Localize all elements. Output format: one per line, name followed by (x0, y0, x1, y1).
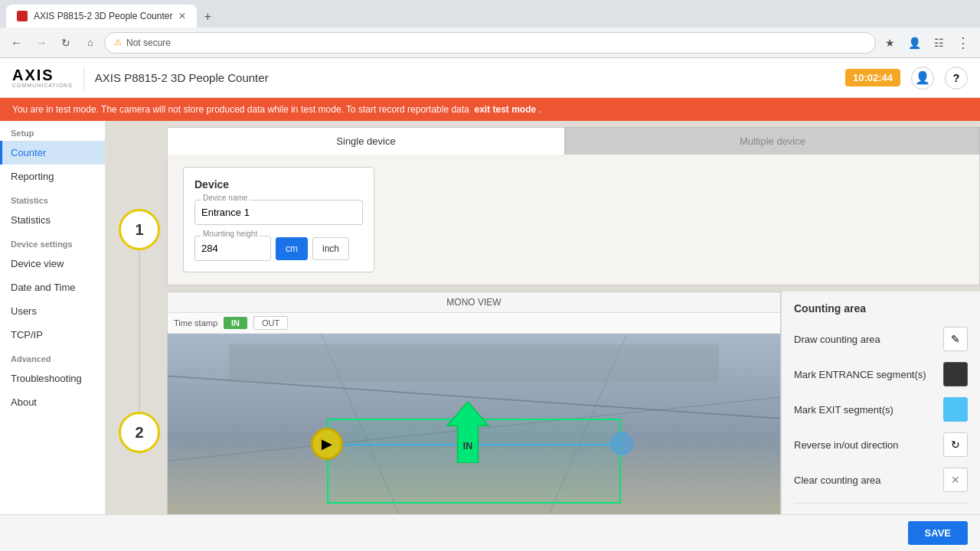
mounting-height-label: Mounting height (201, 230, 260, 238)
draw-counting-row: Draw counting area ✎ (794, 327, 968, 351)
settings-btn[interactable]: ⋮ (952, 32, 974, 54)
svg-rect-6 (229, 344, 719, 383)
right-panel: Counting area Draw counting area ✎ Mark … (781, 292, 980, 546)
warning-suffix: . (539, 104, 541, 115)
timestamp-label: Time stamp (174, 318, 217, 328)
sidebar-item-date-time[interactable]: Date and Time (0, 276, 105, 299)
svg-marker-7 (447, 402, 488, 463)
device-form-area: Device Device name Mounting height cm in… (167, 155, 980, 285)
sidebar-item-troubleshooting[interactable]: Troubleshooting (0, 367, 105, 390)
app-logo-area: AXIS COMMUNICATIONS AXIS P8815-2 3D Peop… (12, 67, 269, 90)
sidebar-item-counter[interactable]: Counter (0, 141, 105, 165)
warning-message: You are in test mode. The camera will no… (12, 104, 469, 115)
axis-logo-text: AXIS (12, 67, 73, 83)
browser-tab[interactable]: AXIS P8815-2 3D People Counter ✕ (6, 5, 197, 28)
sidebar-item-device-view[interactable]: Device view (0, 252, 105, 276)
device-box-title: Device (194, 178, 363, 191)
draw-counting-btn[interactable]: ✎ (943, 327, 968, 351)
reverse-btn[interactable]: ↻ (943, 432, 968, 457)
device-name-group: Device name (194, 200, 363, 225)
back-btn[interactable]: ← (6, 32, 28, 54)
address-bar-container[interactable]: ⚠ Not secure (104, 32, 876, 54)
forward-btn[interactable]: → (31, 32, 52, 54)
lock-icon: ⚠ (114, 37, 122, 47)
exit-btn[interactable] (943, 397, 968, 422)
date-time-label: Date and Time (11, 282, 76, 293)
timestamp-row: Time stamp IN OUT (168, 313, 780, 334)
reverse-label: Reverse in/out direction (794, 439, 899, 451)
exit-label: Mark EXIT segment(s) (794, 404, 893, 416)
inch-label: inch (322, 243, 339, 254)
tcp-ip-label: TCP/IP (11, 329, 43, 341)
inch-unit-btn[interactable]: inch (312, 237, 349, 260)
step-2-number: 2 (135, 424, 143, 442)
extensions-btn[interactable]: ☷ (928, 32, 949, 54)
exit-row: Mark EXIT segment(s) (794, 397, 968, 422)
save-label: SAVE (925, 527, 951, 539)
exit-test-mode-link[interactable]: exit test mode (474, 104, 536, 115)
help-btn[interactable]: ? (945, 67, 968, 90)
mono-view-header: MONO VIEW (168, 292, 780, 313)
time-badge: 10:02:44 (845, 69, 900, 86)
sidebar-item-tcp-ip[interactable]: TCP/IP (0, 323, 105, 347)
tab-single-device[interactable]: Single device (167, 127, 565, 155)
home-btn[interactable]: ⌂ (80, 32, 101, 54)
step-1-number: 1 (135, 221, 143, 239)
in-label: IN (231, 318, 240, 328)
counting-area-title: Counting area (794, 302, 968, 315)
yellow-cursor: ▶ (311, 428, 343, 460)
save-button[interactable]: SAVE (908, 521, 968, 545)
bottom-section: MONO VIEW Time stamp IN OUT (106, 292, 980, 546)
sidebar-item-users[interactable]: Users (0, 299, 105, 323)
mounting-height-group: Mounting height cm inch (194, 236, 363, 261)
tab-title: AXIS P8815-2 3D People Counter (34, 11, 172, 21)
app-header: AXIS COMMUNICATIONS AXIS P8815-2 3D Peop… (0, 58, 980, 98)
entrance-btn[interactable] (943, 362, 968, 386)
cm-label: cm (286, 243, 298, 254)
new-tab-btn[interactable]: + (197, 6, 218, 28)
in-badge[interactable]: IN (224, 317, 247, 329)
sidebar-item-about[interactable]: About (0, 390, 105, 414)
device-name-input[interactable] (194, 200, 363, 225)
sidebar-item-reporting[interactable]: Reporting (0, 165, 105, 188)
reload-btn[interactable]: ↻ (55, 32, 77, 54)
draw-counting-label: Draw counting area (794, 334, 880, 345)
tab-single-label: Single device (336, 135, 395, 147)
bottom-bar: SAVE (0, 514, 980, 551)
device-tabs: Single device Multiple device (167, 127, 980, 155)
tab-favicon (17, 11, 28, 21)
tab-close-icon[interactable]: ✕ (178, 11, 186, 21)
bookmark-btn[interactable]: ★ (879, 32, 900, 54)
main-layout: Setup Counter Reporting Statistics Stati… (0, 121, 980, 546)
clear-label: Clear counting area (794, 474, 880, 486)
troubleshooting-label: Troubleshooting (11, 373, 82, 384)
entrance-row: Mark ENTRANCE segment(s) (794, 362, 968, 386)
svg-text:IN: IN (463, 441, 472, 452)
sidebar-item-statistics[interactable]: Statistics (0, 208, 105, 232)
step-circle-1: 1 (119, 209, 160, 250)
tab-multiple-device[interactable]: Multiple device (565, 127, 980, 155)
cm-unit-btn[interactable]: cm (276, 237, 308, 260)
reverse-row: Reverse in/out direction ↻ (794, 432, 968, 457)
content-area: 1 2 Single device Multiple device Device… (106, 121, 980, 546)
device-name-label: Device name (201, 194, 250, 202)
mounting-height-input[interactable] (194, 236, 271, 261)
steps-connector-line (139, 251, 140, 416)
profile-btn[interactable]: 👤 (903, 32, 925, 54)
panel-divider (794, 503, 968, 504)
header-right: 10:02:44 👤 ? (845, 67, 968, 90)
in-arrow-svg: IN (437, 402, 498, 463)
reporting-label: Reporting (11, 171, 54, 182)
header-divider (83, 67, 84, 90)
axis-logo: AXIS COMMUNICATIONS (12, 67, 73, 88)
warning-banner: You are in test mode. The camera will no… (0, 98, 980, 121)
browser-tabs-bar: AXIS P8815-2 3D People Counter ✕ + (0, 0, 980, 28)
browser-nav-bar: ← → ↻ ⌂ ⚠ Not secure ★ 👤 ☷ ⋮ (0, 28, 980, 58)
statistics-label: Statistics (11, 214, 51, 226)
user-btn[interactable]: 👤 (911, 67, 934, 90)
step-circle-2: 2 (119, 412, 160, 453)
clear-btn[interactable]: ✕ (943, 468, 968, 492)
entrance-label: Mark ENTRANCE segment(s) (794, 369, 926, 380)
sidebar-section-device-settings: Device settings (0, 232, 105, 252)
out-badge[interactable]: OUT (253, 316, 288, 330)
